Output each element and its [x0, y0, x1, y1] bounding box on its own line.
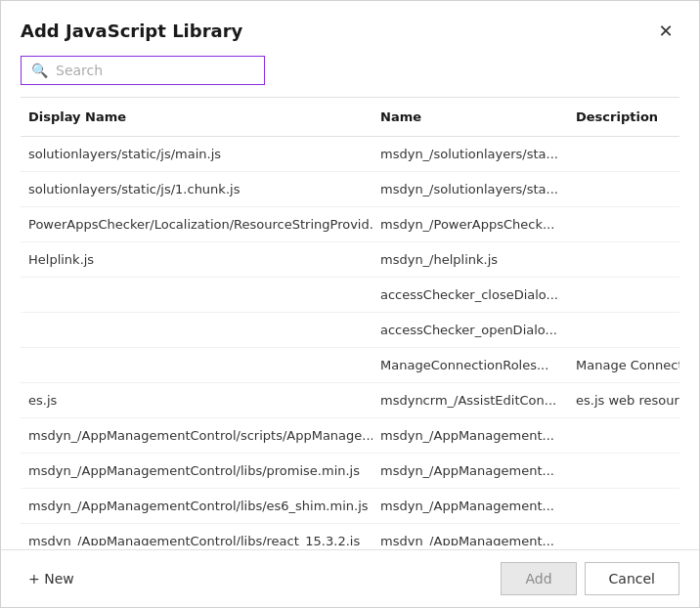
table-row[interactable]: es.jsmsdyncrm_/AssistEditCon...es.js web…	[21, 383, 679, 418]
cell-display-name: msdyn_/AppManagementControl/scripts/AppM…	[21, 418, 372, 453]
dialog-header: Add JavaScript Library ✕	[1, 1, 699, 56]
cell-name: ManageConnectionRoles...	[372, 348, 568, 382]
search-input[interactable]	[56, 63, 254, 78]
table-row[interactable]: PowerAppsChecker/Localization/ResourceSt…	[21, 207, 679, 242]
table-row[interactable]: ManageConnectionRoles...Manage Connect..…	[21, 348, 679, 383]
cell-name: msdyn_/AppManagement...	[372, 524, 568, 545]
cell-name: msdyncrm_/AssistEditCon...	[372, 383, 568, 417]
footer-actions: Add Cancel	[501, 562, 679, 595]
col-description: Description	[568, 106, 679, 128]
cell-name: accessChecker_openDialo...	[372, 313, 568, 347]
cell-description	[568, 137, 679, 171]
search-container: 🔍	[1, 56, 699, 97]
cell-display-name	[21, 313, 372, 347]
cell-display-name: Helplink.js	[21, 242, 372, 277]
cell-description	[568, 313, 679, 347]
table-row[interactable]: msdyn_/AppManagementControl/libs/es6_shi…	[21, 489, 679, 524]
cell-display-name: msdyn_/AppManagementControl/libs/es6_shi…	[21, 489, 372, 523]
table-row[interactable]: msdyn_/AppManagementControl/libs/react_1…	[21, 524, 679, 545]
col-name: Name	[372, 106, 568, 128]
cell-description	[568, 278, 679, 312]
cell-name: msdyn_/helplink.js	[372, 242, 568, 277]
col-display-name: Display Name	[21, 106, 372, 128]
table-row[interactable]: accessChecker_closeDialo...	[21, 278, 679, 313]
cell-display-name: solutionlayers/static/js/1.chunk.js	[21, 172, 372, 206]
cell-display-name: solutionlayers/static/js/main.js	[21, 137, 372, 171]
cell-description	[568, 207, 679, 241]
cell-name: msdyn_/solutionlayers/sta...	[372, 137, 568, 171]
add-js-library-dialog: Add JavaScript Library ✕ 🔍 Display Name …	[0, 0, 700, 608]
cell-display-name	[21, 278, 372, 312]
table-row[interactable]: accessChecker_openDialo...	[21, 313, 679, 348]
table-row[interactable]: msdyn_/AppManagementControl/scripts/AppM…	[21, 418, 679, 454]
cell-description	[568, 454, 679, 488]
cell-description	[568, 172, 679, 206]
table-header: Display Name Name Description	[21, 98, 679, 137]
new-button[interactable]: + New	[21, 565, 82, 592]
table-row[interactable]: Helplink.jsmsdyn_/helplink.js	[21, 242, 679, 278]
cell-display-name: es.js	[21, 383, 372, 417]
cell-name: msdyn_/AppManagement...	[372, 418, 568, 453]
cell-display-name: PowerAppsChecker/Localization/ResourceSt…	[21, 207, 372, 241]
cell-description: Manage Connect...	[568, 348, 679, 382]
search-box: 🔍	[21, 56, 265, 85]
cell-display-name	[21, 348, 372, 382]
dialog-title: Add JavaScript Library	[21, 21, 242, 41]
table-row[interactable]: solutionlayers/static/js/main.jsmsdyn_/s…	[21, 137, 679, 172]
cell-description: es.js web resource.	[568, 383, 679, 417]
cell-name: accessChecker_closeDialo...	[372, 278, 568, 312]
cell-description	[568, 524, 679, 545]
cell-description	[568, 489, 679, 523]
cell-display-name: msdyn_/AppManagementControl/libs/react_1…	[21, 524, 372, 545]
add-button[interactable]: Add	[501, 562, 576, 595]
cell-name: msdyn_/solutionlayers/sta...	[372, 172, 568, 206]
table-container: Display Name Name Description solutionla…	[21, 97, 679, 545]
table-body[interactable]: solutionlayers/static/js/main.jsmsdyn_/s…	[21, 137, 679, 545]
search-icon: 🔍	[31, 63, 48, 78]
table-row[interactable]: msdyn_/AppManagementControl/libs/promise…	[21, 454, 679, 489]
cell-name: msdyn_/AppManagement...	[372, 454, 568, 488]
cell-display-name: msdyn_/AppManagementControl/libs/promise…	[21, 454, 372, 488]
dialog-footer: + New Add Cancel	[1, 549, 699, 607]
cell-description	[568, 418, 679, 453]
cell-name: msdyn_/AppManagement...	[372, 489, 568, 523]
cell-name: msdyn_/PowerAppsCheck...	[372, 207, 568, 241]
cancel-button[interactable]: Cancel	[585, 562, 679, 595]
table-row[interactable]: solutionlayers/static/js/1.chunk.jsmsdyn…	[21, 172, 679, 207]
close-button[interactable]: ✕	[652, 17, 679, 44]
cell-description	[568, 242, 679, 277]
